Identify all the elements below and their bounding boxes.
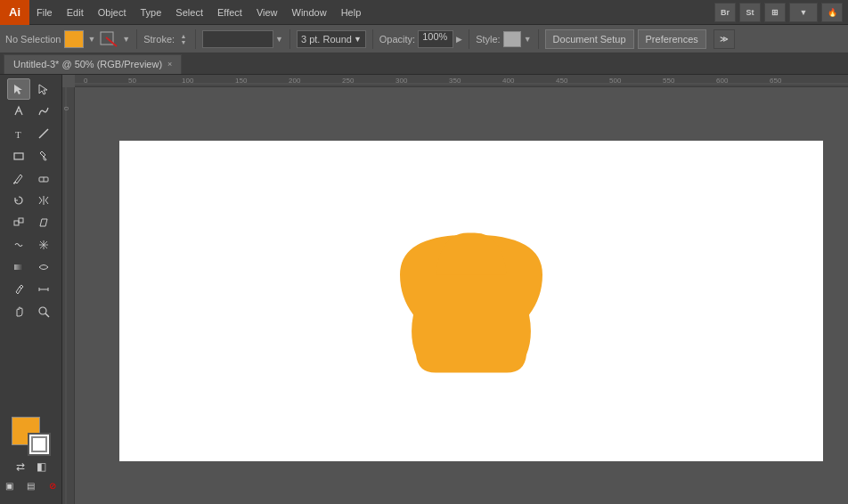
preferences-button[interactable]: Preferences — [638, 29, 706, 49]
tool-row-11 — [7, 301, 55, 322]
warp-tool[interactable] — [7, 234, 30, 256]
stock-icon[interactable]: St — [739, 3, 761, 22]
workspace-icon[interactable]: ⊞ — [764, 3, 786, 22]
canvas-content[interactable] — [75, 87, 848, 504]
eraser-tool[interactable] — [32, 167, 55, 189]
opacity-arrow[interactable]: ▶ — [456, 35, 462, 44]
eyedropper-tool[interactable] — [7, 279, 30, 300]
stroke-preset-dropdown[interactable]: 3 pt. Round ▼ — [297, 30, 366, 48]
none-mode-icon[interactable]: ⊘ — [44, 477, 61, 493]
bridge-icon[interactable]: Br — [714, 3, 736, 22]
ruler-vertical: 0 — [62, 87, 75, 504]
paint-bucket-tool[interactable] — [32, 145, 55, 167]
stroke-swatch[interactable] — [28, 433, 51, 456]
color-mode-row: ▣ ▤ ⊘ — [1, 477, 61, 493]
default-colors-icon[interactable]: ◧ — [33, 459, 51, 475]
search-icon[interactable]: ▼ — [789, 3, 818, 22]
svg-text:450: 450 — [556, 77, 568, 85]
tool-row-6 — [7, 190, 55, 211]
flame-icon[interactable]: 🔥 — [821, 3, 843, 22]
fill-color-box[interactable] — [64, 30, 84, 48]
svg-text:300: 300 — [395, 77, 408, 85]
stroke-spinner[interactable]: ▲▼ — [178, 33, 189, 45]
type-tool[interactable]: T — [7, 123, 30, 144]
svg-text:0: 0 — [62, 106, 70, 110]
document-tab[interactable]: Untitled-3* @ 50% (RGB/Preview) × — [4, 54, 182, 74]
tab-title: Untitled-3* @ 50% (RGB/Preview) — [13, 59, 162, 69]
tool-row-10 — [7, 279, 55, 300]
svg-rect-8 — [19, 218, 23, 223]
mesh-tool[interactable] — [32, 234, 55, 256]
pen-tool[interactable] — [7, 101, 30, 122]
svg-text:550: 550 — [663, 77, 675, 85]
document-setup-button[interactable]: Document Setup — [545, 29, 634, 49]
gradient-mode-icon[interactable]: ▤ — [22, 477, 40, 493]
sep1 — [136, 29, 137, 49]
svg-text:T: T — [15, 129, 21, 140]
ruler-horizontal: 0 50 100 150 200 250 300 350 400 450 500… — [75, 75, 848, 87]
toolbox-bottom: ⇄ ◧ ▣ ▤ ⊘ — [1, 417, 61, 500]
selection-tool[interactable] — [7, 78, 30, 100]
selection-label: No Selection — [5, 34, 61, 45]
svg-text:600: 600 — [716, 77, 729, 85]
stroke-width-input[interactable] — [202, 30, 273, 48]
gradient-mesh-tool[interactable] — [32, 256, 55, 278]
rect-tool[interactable] — [7, 145, 30, 167]
stroke-width-combo[interactable]: ▼ — [202, 30, 283, 48]
tab-close-button[interactable]: × — [167, 60, 172, 69]
menu-effect[interactable]: Effect — [210, 0, 249, 25]
svg-line-3 — [39, 129, 48, 138]
direct-select-tool[interactable] — [32, 78, 55, 100]
menu-file[interactable]: File — [29, 0, 60, 25]
svg-text:150: 150 — [235, 77, 248, 85]
measure-tool[interactable] — [32, 279, 55, 300]
canvas-area[interactable]: 0 50 100 150 200 250 300 350 400 450 500… — [62, 75, 848, 504]
tool-row-9 — [7, 256, 55, 278]
svg-rect-7 — [14, 221, 19, 225]
menu-window[interactable]: Window — [285, 0, 334, 25]
stroke-icon[interactable] — [99, 30, 118, 48]
sep4 — [372, 29, 373, 49]
menu-select[interactable]: Select — [168, 0, 210, 25]
menu-type[interactable]: Type — [134, 0, 169, 25]
menu-help[interactable]: Help — [334, 0, 369, 25]
rotate-tool[interactable] — [7, 190, 30, 211]
stroke-width-arrow[interactable]: ▼ — [275, 35, 283, 44]
style-color-box[interactable] — [503, 31, 521, 47]
menu-edit[interactable]: Edit — [60, 0, 91, 25]
pencil-tool[interactable] — [7, 167, 30, 189]
sep5 — [469, 29, 469, 49]
svg-text:350: 350 — [449, 77, 461, 85]
hand-tool[interactable] — [7, 301, 30, 322]
tool-row-4 — [7, 145, 55, 167]
artboard — [119, 141, 823, 461]
menu-right-icons: Br St ⊞ ▼ 🔥 — [714, 3, 848, 22]
stroke-preset-arrow[interactable]: ▼ — [354, 35, 362, 44]
menu-object[interactable]: Object — [91, 0, 134, 25]
line-tool[interactable] — [32, 123, 55, 144]
svg-text:650: 650 — [770, 77, 782, 85]
zoom-tool[interactable] — [32, 301, 55, 322]
svg-rect-4 — [14, 153, 23, 159]
scale-tool[interactable] — [7, 212, 30, 233]
toolbar-extra-icon[interactable]: ≫ — [713, 29, 735, 49]
options-toolbar: No Selection ▼ ▼ Stroke: ▲▼ ▼ 3 pt. Roun… — [0, 25, 848, 53]
style-arrow[interactable]: ▼ — [524, 35, 532, 44]
freeform-tool[interactable] — [32, 101, 55, 122]
stroke-icon-arrow[interactable]: ▼ — [122, 35, 130, 44]
svg-text:100: 100 — [182, 77, 194, 85]
style-label: Style: — [476, 34, 501, 45]
opacity-input[interactable]: 100% — [418, 30, 453, 48]
shear-tool[interactable] — [32, 212, 55, 233]
swap-colors-icon[interactable]: ⇄ — [12, 459, 29, 475]
color-mode-icon[interactable]: ▣ — [1, 477, 19, 493]
menu-view[interactable]: View — [249, 0, 285, 25]
reflect-tool[interactable] — [32, 190, 55, 211]
gradient-tool[interactable] — [7, 256, 30, 278]
tool-row-8 — [7, 234, 55, 256]
opacity-label: Opacity: — [379, 34, 415, 45]
svg-point-13 — [39, 307, 46, 314]
tool-row-1 — [7, 78, 55, 100]
color-swatches — [12, 417, 51, 456]
fill-arrow[interactable]: ▼ — [87, 35, 95, 44]
